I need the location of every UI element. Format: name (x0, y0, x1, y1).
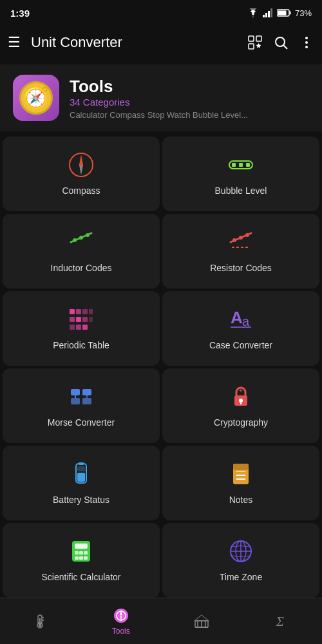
sigma-nav-icon: Σ (274, 613, 290, 630)
svg-rect-47 (71, 389, 80, 395)
svg-rect-69 (79, 551, 83, 554)
svg-rect-2 (268, 11, 270, 17)
svg-point-14 (305, 41, 308, 44)
compass-label: Compass (62, 185, 100, 196)
svg-rect-72 (79, 556, 83, 560)
svg-point-31 (245, 233, 249, 237)
nav-item-converter[interactable] (180, 608, 223, 635)
nav-item-tools[interactable]: Tools (99, 602, 143, 641)
header-desc: Calculator Compass Stop Watch Bubble Lev… (70, 110, 309, 120)
svg-rect-73 (84, 556, 88, 560)
svg-point-81 (39, 623, 42, 627)
more-icon[interactable] (299, 35, 314, 50)
scientific-calculator-icon (68, 538, 94, 564)
svg-rect-35 (82, 309, 88, 314)
grid-item-cryptography[interactable]: + Cryptography (162, 368, 319, 443)
svg-rect-39 (70, 325, 75, 330)
grid-item-inductor-codes[interactable]: Inductor Codes (3, 214, 160, 289)
nav-item-temperature[interactable] (19, 608, 61, 635)
cryptography-label: Cryptography (214, 417, 268, 428)
svg-point-11 (276, 37, 285, 46)
notes-label: Notes (229, 495, 253, 505)
header-title: Tools (70, 77, 309, 97)
svg-rect-41 (82, 325, 88, 330)
header-card: 🧭 Tools 34 Categories Calculator Compass… (0, 64, 322, 131)
grid-item-battery-status[interactable]: Battery Status (3, 446, 160, 520)
bubble-level-icon (228, 152, 254, 178)
battery-status-icon (68, 461, 94, 487)
content-area: 🧭 Tools 34 Categories Calculator Compass… (0, 62, 322, 598)
svg-rect-42 (89, 309, 93, 314)
status-bar: 1:39 73% (0, 0, 322, 23)
svg-rect-68 (75, 551, 79, 554)
svg-rect-23 (246, 163, 250, 167)
compass-icon (68, 152, 94, 178)
header-info: Tools 34 Categories Calculator Compass S… (70, 77, 309, 120)
svg-point-27 (86, 233, 90, 237)
search-icon[interactable] (273, 35, 289, 50)
periodic-table-label: Periodic Table (53, 340, 109, 350)
svg-point-13 (305, 37, 308, 39)
bottom-nav: Tools Σ (0, 598, 322, 644)
grid-item-scientific-calculator[interactable]: Scientific Calculator (3, 523, 160, 598)
svg-rect-6 (278, 11, 286, 15)
svg-point-54 (239, 399, 243, 402)
svg-point-25 (73, 238, 77, 242)
inductor-codes-icon (68, 229, 94, 255)
battery-status-label: Battery Status (53, 495, 109, 505)
svg-rect-70 (84, 551, 88, 554)
case-converter-label: Case Converter (209, 340, 272, 350)
svg-text:a: a (242, 314, 250, 328)
grid-item-resistor-codes[interactable]: Resistor Codes (162, 214, 319, 289)
svg-text:+: + (239, 387, 243, 394)
svg-rect-67 (75, 544, 88, 549)
cryptography-icon: + (228, 384, 254, 410)
svg-point-15 (305, 46, 308, 48)
svg-text:A: A (231, 308, 243, 327)
grid-item-notes[interactable]: Notes (162, 446, 319, 520)
svg-rect-22 (239, 163, 243, 167)
grid-item-periodic-table[interactable]: Periodic Table (3, 291, 160, 366)
tools-grid: Compass Bubble Level Inductor Codes (0, 134, 322, 598)
svg-rect-48 (82, 389, 91, 395)
svg-text:Σ: Σ (276, 614, 284, 629)
notes-icon (228, 461, 254, 487)
svg-rect-50 (82, 398, 91, 404)
svg-rect-7 (249, 36, 254, 41)
svg-rect-5 (289, 12, 290, 15)
svg-marker-19 (79, 165, 83, 175)
grid-item-morse-converter[interactable]: Morse Converter (3, 368, 160, 443)
svg-marker-18 (79, 155, 83, 165)
battery-percent: 73% (295, 8, 312, 18)
periodic-table-icon (68, 307, 94, 332)
status-time: 1:39 (10, 8, 30, 19)
header-subtitle: 34 Categories (70, 97, 309, 108)
tools-nav-icon (113, 607, 129, 624)
scientific-calculator-label: Scientific Calculator (42, 572, 121, 582)
svg-rect-1 (265, 13, 267, 17)
morse-converter-label: Morse Converter (48, 417, 115, 428)
svg-marker-89 (194, 615, 209, 621)
grid-item-compass[interactable]: Compass (3, 137, 160, 211)
svg-rect-0 (263, 15, 265, 17)
time-zone-label: Time Zone (220, 572, 262, 582)
compass-emoji: 🧭 (23, 86, 49, 110)
favorites-icon[interactable] (247, 35, 263, 50)
grid-item-bubble-level[interactable]: Bubble Level (162, 137, 319, 211)
svg-point-29 (232, 238, 236, 242)
svg-rect-21 (232, 163, 236, 167)
grid-item-time-zone[interactable]: Time Zone (162, 523, 319, 598)
app-title: Unit Converter (31, 34, 247, 51)
svg-rect-59 (77, 473, 85, 482)
nav-item-math[interactable]: Σ (261, 608, 303, 635)
svg-rect-36 (70, 317, 75, 322)
thermometer-nav-icon (32, 613, 48, 630)
menu-button[interactable]: ☰ (8, 34, 21, 51)
morse-converter-icon (68, 384, 94, 410)
svg-rect-34 (76, 309, 81, 314)
svg-rect-9 (249, 44, 254, 49)
resistor-codes-label: Resistor Codes (210, 263, 272, 273)
app-logo: 🧭 (13, 75, 59, 121)
svg-rect-43 (89, 317, 93, 322)
grid-item-case-converter[interactable]: A a Case Converter (162, 291, 319, 366)
